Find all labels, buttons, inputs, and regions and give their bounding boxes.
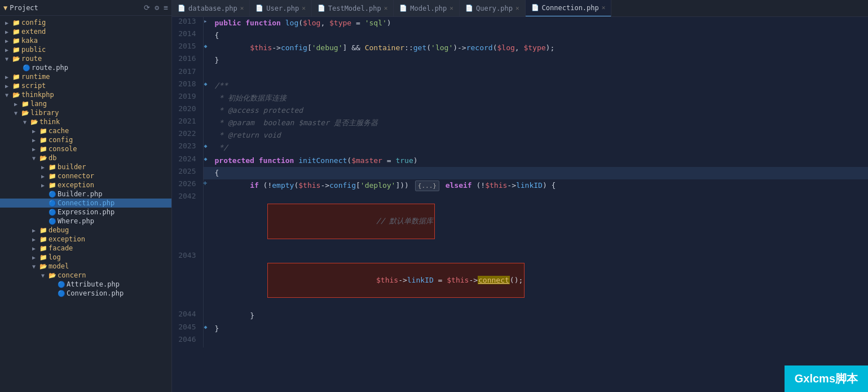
- line-number: 2015: [172, 42, 203, 54]
- tab-testmodel[interactable]: 📄 TestModel.php ✕: [312, 0, 394, 17]
- folder-label: thinkphp: [21, 91, 54, 99]
- tree-item-lang[interactable]: ▶ 📁 lang: [0, 99, 171, 108]
- tree-item-config[interactable]: ▶ 📁 config: [0, 18, 171, 27]
- table-row: 2018 /**: [172, 80, 868, 92]
- php-tab-icon: 📄: [178, 5, 186, 12]
- folder-label: public: [21, 46, 46, 54]
- table-row: 2024 protected function initConnect($mas…: [172, 155, 868, 167]
- tree-item-connection-php[interactable]: 🔵 Connection.php: [0, 199, 171, 208]
- tabs-bar[interactable]: 📄 database.php ✕ 📄 User.php ✕ 📄 TestMode…: [172, 0, 868, 17]
- arrow-icon: ▶: [2, 38, 11, 44]
- folder-icon: 📁: [38, 245, 49, 252]
- tree-item-think[interactable]: ▼ 📂 think: [0, 117, 171, 126]
- project-tree: ▶ 📁 config ▶ 📁 extend ▶ 📁 kaka ▶ 📁 publi…: [0, 16, 171, 300]
- tree-item-exception-folder[interactable]: ▶ 📁 exception: [0, 180, 171, 190]
- tree-item-library[interactable]: ▼ 📂 library: [0, 108, 171, 117]
- folder-label: kaka: [21, 37, 38, 45]
- tree-item-model[interactable]: ▼ 📂 model: [0, 262, 171, 271]
- tree-item-thinkphp[interactable]: ▼ 📂 thinkphp: [0, 90, 171, 99]
- folder-icon: 📁: [38, 227, 49, 234]
- tree-item-builder-folder[interactable]: ▶ 📁 builder: [0, 162, 171, 171]
- file-tree-sidebar[interactable]: ▼ Project ⟳ ⚙ ≡ ▶ 📁 config ▶ 📁 extend ▶ …: [0, 0, 172, 392]
- code-content: }: [203, 310, 868, 322]
- tree-item-log[interactable]: ▶ 📁 log: [0, 253, 171, 262]
- folder-icon: 📁: [47, 173, 58, 180]
- tab-model[interactable]: 📄 Model.php ✕: [394, 0, 460, 17]
- line-number: 2019: [172, 92, 203, 104]
- tab-close-icon[interactable]: ✕: [515, 5, 519, 12]
- line-number: 2044: [172, 310, 203, 322]
- code-content: /**: [203, 80, 868, 92]
- folder-label: exception: [49, 235, 85, 243]
- file-label: Expression.php: [58, 208, 114, 216]
- code-editor[interactable]: 2013 public function log($log, $type = '…: [172, 17, 868, 392]
- collapsed-block[interactable]: {...}: [415, 180, 439, 191]
- php-icon: 🔵: [47, 191, 58, 198]
- line-number: 2025: [172, 167, 203, 179]
- watermark: Gxlcms脚本: [785, 365, 868, 392]
- folder-label: config: [49, 136, 73, 144]
- tree-item-facade[interactable]: ▶ 📁 facade: [0, 244, 171, 253]
- tree-item-config2[interactable]: ▶ 📁 config: [0, 135, 171, 144]
- tree-item-db[interactable]: ▼ 📂 db: [0, 153, 171, 162]
- tree-item-public[interactable]: ▶ 📁 public: [0, 45, 171, 54]
- tree-item-console[interactable]: ▶ 📁 console: [0, 144, 171, 153]
- tab-close-icon[interactable]: ✕: [450, 5, 453, 12]
- tree-item-extend[interactable]: ▶ 📁 extend: [0, 27, 171, 36]
- folder-icon: 📁: [38, 254, 49, 261]
- folder-icon: 📁: [20, 100, 30, 108]
- folder-icon: 📂: [11, 55, 21, 63]
- tree-item-script[interactable]: ▶ 📁 script: [0, 81, 171, 90]
- tab-close-icon[interactable]: ✕: [384, 5, 388, 12]
- folder-icon: 📂: [47, 272, 58, 279]
- more-icon[interactable]: ≡: [164, 3, 168, 12]
- tree-item-exception2[interactable]: ▶ 📁 exception: [0, 235, 171, 244]
- table-row: 2022 * @return void: [172, 129, 868, 142]
- tree-item-where-php[interactable]: 🔵 Where.php: [0, 217, 171, 226]
- tab-close-icon[interactable]: ✕: [302, 5, 306, 12]
- tree-item-concern[interactable]: ▼ 📂 concern: [0, 271, 171, 280]
- line-number: 2043: [172, 251, 203, 310]
- file-label: Connection.php: [58, 199, 114, 207]
- tab-user[interactable]: 📄 User.php ✕: [250, 0, 311, 17]
- folder-icon: 📂: [38, 263, 49, 270]
- highlight-box: $this->linkID = $this->connect();: [267, 263, 525, 298]
- watermark-text: Gxlcms脚本: [795, 372, 858, 385]
- tab-close-icon[interactable]: ✕: [240, 5, 244, 12]
- tree-item-kaka[interactable]: ▶ 📁 kaka: [0, 36, 171, 45]
- tree-item-cache[interactable]: ▶ 📁 cache: [0, 126, 171, 135]
- tree-item-conversion-php[interactable]: 🔵 Conversion.php: [0, 289, 171, 298]
- code-content: [203, 335, 868, 347]
- code-content: * @access protected: [203, 104, 868, 117]
- highlight-box: // 默认单数据库: [267, 204, 435, 239]
- folder-label: library: [30, 109, 59, 117]
- tab-close-icon[interactable]: ✕: [602, 4, 606, 11]
- tree-item-route-php[interactable]: 🔵 route.php: [0, 63, 171, 72]
- arrow-icon: ▼: [38, 272, 47, 279]
- tab-query[interactable]: 📄 Query.php ✕: [460, 0, 526, 17]
- tree-item-attribute-php[interactable]: 🔵 Attribute.php: [0, 280, 171, 289]
- file-label: route.php: [32, 64, 68, 72]
- line-number: 2021: [172, 117, 203, 129]
- settings-icon[interactable]: ⚙: [155, 3, 159, 12]
- folder-icon: 📁: [11, 28, 21, 36]
- tab-database[interactable]: 📄 database.php ✕: [172, 0, 250, 17]
- line-number: 2018: [172, 80, 203, 92]
- line-number: 2016: [172, 54, 203, 67]
- table-row: 2017: [172, 67, 868, 80]
- code-content: $this->config['debug'] && Container::get…: [203, 42, 868, 54]
- tree-item-connector-folder[interactable]: ▶ 📁 connector: [0, 171, 171, 180]
- folder-label: runtime: [21, 73, 50, 81]
- tree-item-expression-php[interactable]: 🔵 Expression.php: [0, 208, 171, 217]
- file-label: Builder.php: [58, 190, 102, 198]
- php-tab-icon: 📄: [465, 5, 473, 12]
- folder-label: log: [49, 253, 61, 261]
- folder-label: db: [49, 154, 56, 162]
- tree-item-debug[interactable]: ▶ 📁 debug: [0, 226, 171, 235]
- tree-item-route[interactable]: ▼ 📂 route: [0, 54, 171, 63]
- tab-connection[interactable]: 📄 Connection.php ✕: [526, 0, 612, 17]
- sync-icon[interactable]: ⟳: [144, 3, 150, 12]
- code-content: * @return void: [203, 129, 868, 142]
- tree-item-runtime[interactable]: ▶ 📁 runtime: [0, 72, 171, 81]
- tree-item-builder-php[interactable]: 🔵 Builder.php: [0, 190, 171, 199]
